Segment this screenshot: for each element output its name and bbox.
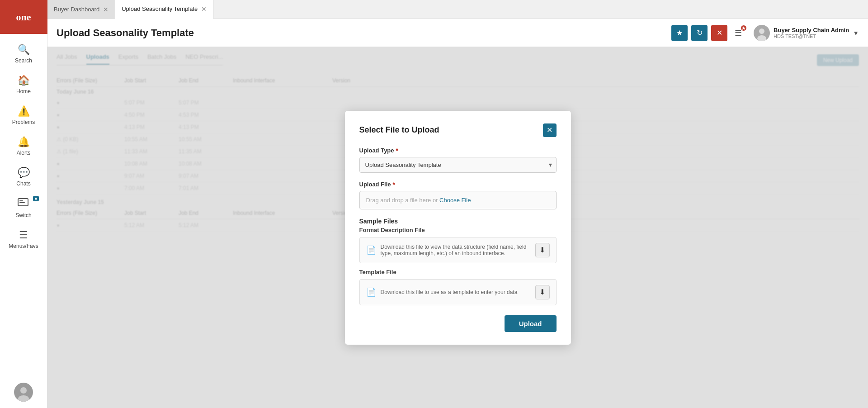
svg-rect-2	[19, 202, 25, 203]
favorite-button[interactable]: ★	[671, 25, 688, 41]
chat-icon: 💬	[18, 167, 30, 179]
page-title-normal: Upload	[57, 27, 93, 38]
modal-overlay: Select File to Upload ✕ Upload Type * Up…	[47, 47, 868, 408]
user-sub: HDS TEST@TNET	[774, 33, 849, 39]
sidebar-item-label-chats: Chats	[16, 180, 30, 187]
upload-type-label: Upload Type *	[359, 147, 557, 154]
template-file-card: 📄 Download this file to use as a templat…	[359, 279, 557, 305]
format-desc-download-button[interactable]: ⬇	[535, 243, 550, 257]
user-dropdown-button[interactable]: ▼	[853, 29, 859, 37]
required-star-file: *	[393, 181, 395, 188]
page-header: Upload Seasonality Template ★ ↻ ✕ ☰	[47, 19, 868, 47]
format-desc-subtitle: Format Description File	[359, 227, 557, 233]
sidebar-item-alerts[interactable]: 🔔 Alerts	[0, 131, 47, 161]
warning-icon: ⚠️	[18, 105, 30, 117]
switch-badge: ■	[33, 196, 39, 201]
home-icon: 🏠	[18, 75, 30, 86]
sidebar-item-label-alerts: Alerts	[17, 150, 31, 156]
sidebar-item-label-switch: Switch	[15, 212, 31, 218]
sample-files-section: Sample Files Format Description File 📄 D…	[359, 218, 557, 305]
sidebar-item-label-home: Home	[16, 88, 31, 95]
main-area: Buyer Dashboard ✕ Upload Seasonality Tem…	[47, 0, 868, 408]
sidebar-item-label-search: Search	[15, 57, 32, 64]
tab-close-upload-seasonality[interactable]: ✕	[201, 6, 207, 12]
choose-file-link[interactable]: Choose File	[439, 197, 471, 204]
sidebar-item-chats[interactable]: 💬 Chats	[0, 161, 47, 192]
search-icon: 🔍	[18, 44, 30, 56]
sidebar-user-avatar[interactable]	[14, 383, 33, 402]
format-file-icon: 📄	[366, 245, 376, 255]
tab-label-buyer-dashboard: Buyer Dashboard	[54, 6, 99, 13]
tab-close-buyer-dashboard[interactable]: ✕	[103, 6, 108, 13]
file-drop-area[interactable]: Drag and drop a file here or Choose File	[359, 191, 557, 209]
upload-file-group: Upload File * Drag and drop a file here …	[359, 181, 557, 209]
tab-upload-seasonality[interactable]: Upload Seasonality Template ✕	[115, 0, 213, 19]
modal-footer: Upload	[359, 315, 557, 332]
user-info: Buyer Supply Chain Admin HDS TEST@TNET ▼	[754, 25, 859, 41]
content-area: All Jobs Uploads Exports Batch Jobs NEO …	[47, 47, 868, 408]
app-logo[interactable]: one	[0, 0, 47, 34]
sidebar-item-switch[interactable]: ■ Switch	[0, 192, 47, 224]
modal-header: Select File to Upload ✕	[359, 123, 557, 137]
tab-bar: Buyer Dashboard ✕ Upload Seasonality Tem…	[47, 0, 868, 19]
tab-label-upload-seasonality: Upload Seasonality Template	[122, 5, 198, 12]
svg-point-8	[759, 28, 764, 34]
format-desc-text: Download this file to view the data stru…	[381, 244, 531, 256]
page-title-bold: Seasonality Template	[93, 27, 194, 38]
template-file-icon: 📄	[366, 287, 376, 297]
switch-icon	[18, 198, 29, 210]
svg-rect-1	[19, 200, 23, 201]
svg-marker-6	[742, 26, 745, 30]
modal-title: Select File to Upload	[359, 125, 439, 135]
template-file-download-button[interactable]: ⬇	[535, 285, 550, 299]
sample-files-title: Sample Files	[359, 218, 557, 225]
required-star-type: *	[396, 147, 398, 154]
page-title: Upload Seasonality Template	[57, 27, 671, 39]
sidebar-item-home[interactable]: 🏠 Home	[0, 69, 47, 100]
upload-file-label: Upload File *	[359, 181, 557, 188]
template-file-subtitle: Template File	[359, 269, 557, 275]
tab-buyer-dashboard[interactable]: Buyer Dashboard ✕	[47, 0, 115, 19]
sidebar-item-search[interactable]: 🔍 Search	[0, 38, 47, 69]
close-page-button[interactable]: ✕	[711, 25, 727, 41]
logo-text: one	[16, 11, 31, 23]
notification-badge	[740, 24, 747, 32]
sidebar-item-label-problems: Problems	[12, 119, 35, 125]
user-name-area: Buyer Supply Chain Admin HDS TEST@TNET	[774, 27, 849, 39]
modal-close-button[interactable]: ✕	[543, 123, 557, 137]
sidebar-item-label-menus: Menus/Favs	[9, 243, 38, 249]
upload-button[interactable]: Upload	[505, 315, 557, 332]
svg-point-4	[20, 387, 27, 394]
upload-type-group: Upload Type * Upload Seasonality Templat…	[359, 147, 557, 173]
notifications-wrapper: ☰	[731, 26, 745, 40]
upload-type-select-wrapper: Upload Seasonality Template ▾	[359, 157, 557, 173]
sidebar-item-problems[interactable]: ⚠️ Problems	[0, 100, 47, 131]
format-description-card: 📄 Download this file to view the data st…	[359, 237, 557, 263]
header-actions: ★ ↻ ✕ ☰ Buyer Supply Chain Admin	[671, 25, 859, 41]
file-drop-text: Drag and drop a file here or	[366, 197, 440, 204]
upload-modal: Select File to Upload ✕ Upload Type * Up…	[345, 111, 571, 345]
menus-icon: ☰	[19, 229, 28, 241]
refresh-button[interactable]: ↻	[691, 25, 708, 41]
user-avatar	[754, 25, 770, 41]
sidebar: one 🔍 Search 🏠 Home ⚠️ Problems 🔔 Alerts…	[0, 0, 47, 408]
bell-icon: 🔔	[18, 136, 30, 148]
sidebar-item-menus[interactable]: ☰ Menus/Favs	[0, 224, 47, 255]
upload-type-select[interactable]: Upload Seasonality Template	[359, 157, 557, 173]
user-name: Buyer Supply Chain Admin	[774, 27, 849, 33]
template-file-text: Download this file to use as a template …	[381, 289, 531, 295]
